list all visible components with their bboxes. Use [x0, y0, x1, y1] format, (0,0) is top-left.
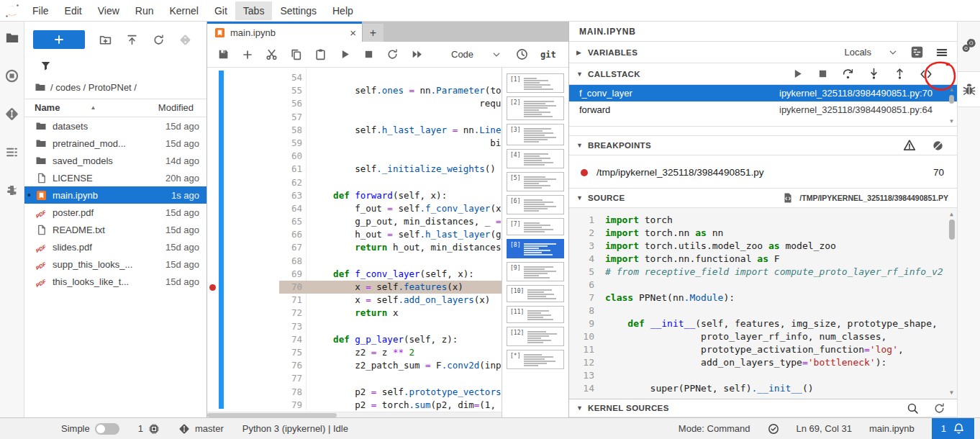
code-line-14[interactable]: 14 super(PPNet, self).__init__() [569, 382, 957, 395]
line-number[interactable]: 12 [575, 356, 594, 369]
line-number[interactable]: 1 [575, 214, 594, 227]
line-number[interactable]: 59 [279, 137, 302, 150]
cut-cells-button[interactable] [266, 48, 278, 60]
tree-view-toggle-icon[interactable] [910, 45, 924, 59]
minimap-cell-8[interactable]: [8] [507, 239, 564, 258]
file-row-supp-this-looks-[interactable]: PDFsupp_this_looks_...15d ago [24, 255, 207, 273]
minimap-cell-7[interactable]: [7] [507, 218, 564, 235]
step-in-button[interactable] [868, 68, 880, 80]
git-toolbar-label[interactable]: git [540, 50, 556, 60]
code-line-71[interactable]: 71 x = self.add_on_layers(x) [207, 294, 502, 307]
minimap-cell-1[interactable]: [1] [507, 73, 564, 93]
line-number[interactable]: 70 [279, 281, 302, 294]
code-line-57[interactable]: 57 [207, 111, 502, 124]
code-line-54[interactable]: 54 [207, 71, 502, 84]
menu-view[interactable]: View [90, 1, 127, 20]
refresh-kernel-sources-icon[interactable] [933, 402, 945, 415]
new-tab-button[interactable]: + [362, 24, 384, 42]
copy-cells-button[interactable] [290, 48, 302, 60]
notebook-cell-minimap[interactable]: [1][2][3][4][5][6][7][8][9][10][11][12][… [502, 68, 568, 417]
line-number[interactable]: 54 [279, 71, 302, 84]
column-modified[interactable]: Modified [158, 102, 196, 113]
callstack-scrollbar[interactable]: ▲▼ [947, 85, 956, 126]
run-cell-button[interactable] [339, 48, 351, 60]
breakpoint-marker-icon[interactable] [209, 284, 216, 291]
chevron-down-icon[interactable]: ▼ [576, 71, 584, 78]
line-number[interactable]: 9 [575, 317, 594, 330]
git-branch-name[interactable]: master [195, 423, 224, 434]
terminate-button[interactable] [817, 68, 828, 79]
code-line-74[interactable]: 74 def g_p_layer(self, z): [207, 333, 502, 346]
line-number[interactable]: 61 [279, 163, 302, 176]
menu-settings[interactable]: Settings [272, 1, 325, 20]
line-number[interactable]: 67 [279, 241, 302, 254]
callstack-frame-forward[interactable]: forwardipykernel_325118/3984490851.py:64 [569, 101, 957, 118]
line-number[interactable]: 62 [279, 176, 302, 189]
line-number[interactable]: 55 [279, 84, 302, 97]
callstack-section-header[interactable]: ▼ CALLSTACK [569, 63, 957, 85]
code-line-65[interactable]: 65 g_p_out, min_distances, _ = self.g_p_… [207, 215, 502, 228]
code-line-63[interactable]: 63 def forward(self, x): [207, 189, 502, 202]
callstack-frame-f_conv_layer[interactable]: f_conv_layeripykernel_325118/3984490851.… [569, 85, 957, 101]
new-launcher-button[interactable] [33, 30, 85, 49]
menu-run[interactable]: Run [127, 1, 162, 20]
line-number[interactable]: 56 [279, 97, 302, 110]
minimap-cell-9[interactable]: [9] [507, 262, 564, 281]
git-tab-icon[interactable] [5, 107, 19, 121]
kernel-sessions-icon[interactable] [148, 423, 160, 435]
tab-main-ipynb[interactable]: main.ipynb × [207, 22, 362, 42]
code-line-73[interactable]: 73 [207, 320, 502, 333]
notifications-badge[interactable]: 1 [932, 418, 974, 439]
code-line-6[interactable]: 6 [569, 279, 957, 291]
line-number[interactable]: 3 [575, 240, 594, 253]
remove-all-breakpoints-icon[interactable] [932, 139, 944, 152]
close-tab-icon[interactable]: × [350, 27, 356, 39]
table-of-contents-icon[interactable] [5, 145, 19, 159]
file-row-this-looks-like-t-[interactable]: PDFthis_looks_like_t...15d ago [24, 273, 207, 290]
source-viewer[interactable]: 1import torch2import torch.nn as nn3impo… [569, 208, 957, 399]
code-line-2[interactable]: 2import torch.nn as nn [569, 227, 957, 240]
restart-run-all-button[interactable] [411, 48, 423, 60]
step-over-button[interactable] [842, 68, 854, 80]
minimap-cell-3[interactable]: [3] [507, 124, 564, 145]
menu-git[interactable]: Git [207, 1, 235, 20]
minimap-cell-12[interactable]: [12] [507, 327, 564, 346]
line-number[interactable]: 60 [279, 150, 302, 163]
minimap-cell-2[interactable]: [2] [507, 96, 564, 120]
code-line-7[interactable]: 7class PPNet(nn.Module): [569, 291, 957, 304]
minimap-cell-run[interactable]: [*] [507, 350, 564, 369]
chevron-down-icon[interactable]: ▼ [576, 404, 584, 412]
menu-tabs[interactable]: Tabs [235, 1, 273, 20]
restart-kernel-button[interactable] [386, 48, 399, 60]
save-button[interactable] [217, 48, 230, 60]
line-number[interactable]: 74 [279, 333, 302, 346]
property-inspector-icon[interactable] [961, 37, 976, 53]
code-line-8[interactable]: 8 [569, 304, 957, 317]
line-number[interactable]: 69 [279, 268, 302, 281]
code-line-67[interactable]: 67 return h_out, min_distances [207, 241, 502, 254]
pause-on-exception-icon[interactable] [903, 139, 916, 152]
file-row-pretrained-mod-[interactable]: pretrained_mod...15d ago [24, 135, 207, 152]
line-number[interactable]: 6 [575, 279, 594, 291]
code-line-70[interactable]: 70 x = self.features(x) [207, 281, 502, 294]
file-row-slides-pdf[interactable]: PDFslides.pdf15d ago [24, 238, 207, 255]
git-clone-icon[interactable] [179, 34, 191, 46]
line-number[interactable]: 8 [575, 304, 594, 317]
cursor-position[interactable]: Ln 69, Col 31 [797, 423, 852, 434]
code-line-61[interactable]: 61 self._initialize_weights() [207, 163, 502, 176]
code-line-9[interactable]: 9 def __init__(self, features, img_size,… [569, 317, 957, 330]
paste-cells-button[interactable] [314, 48, 327, 60]
code-line-4[interactable]: 4import torch.nn.functional as F [569, 253, 957, 266]
code-line-66[interactable]: 66 h_out = self.h_last_layer(g_p_out) [207, 228, 502, 241]
kernel-sources-section-header[interactable]: ▼ KERNEL SOURCES [569, 399, 957, 417]
editor-horizontal-scrollbar[interactable] [207, 412, 502, 417]
active-file-name[interactable]: main.ipynb [869, 423, 915, 434]
file-row-main-ipynb[interactable]: •main.ipynb1s ago [24, 186, 207, 204]
simple-mode-toggle[interactable] [95, 423, 119, 435]
breadcrumb[interactable]: / codes / ProtoPNet / [24, 76, 207, 99]
line-number[interactable]: 57 [279, 111, 302, 124]
upload-icon[interactable] [126, 34, 138, 46]
code-line-64[interactable]: 64 f_out = self.f_conv_layer(x) [207, 202, 502, 215]
menu-help[interactable]: Help [325, 1, 361, 20]
code-line-58[interactable]: 58 self.h_last_layer = nn.Linear(self.nu… [207, 124, 502, 137]
